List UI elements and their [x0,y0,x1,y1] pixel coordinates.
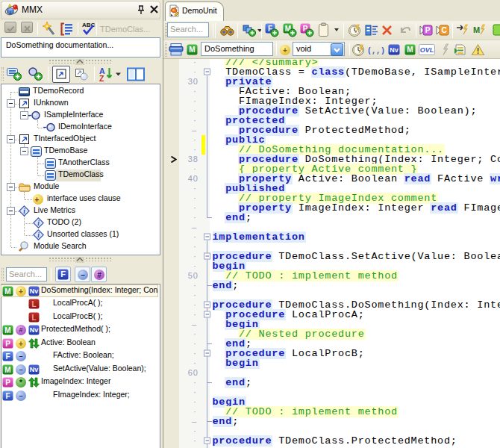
svg-text:–: – [19,392,22,399]
svg-text:L: L [31,300,36,308]
svg-text:+: + [35,195,40,203]
svg-text:–: – [19,366,22,373]
svg-text:M: M [4,326,10,335]
svg-text:F: F [5,391,10,399]
svg-text:–: – [19,352,22,360]
svg-text:Nv: Nv [30,326,39,334]
svg-text:P: P [5,379,10,387]
svg-text:ABC: ABC [82,22,96,28]
svg-text:#: # [19,326,22,334]
svg-text:i: i [37,231,40,239]
svg-text:Nv: Nv [30,287,39,295]
svg-text:M: M [4,365,10,373]
svg-text:i: i [37,220,40,227]
svg-text:+: + [19,287,23,295]
svg-text:#: # [97,270,101,279]
svg-text:L: L [31,313,36,321]
svg-text:–: – [81,270,85,279]
svg-text:F: F [60,270,66,279]
svg-text:i: i [23,208,25,215]
svg-text:Z: Z [99,74,104,82]
svg-text:M: M [4,287,10,295]
svg-text:+: + [19,339,23,347]
svg-text:F: F [5,352,10,361]
svg-text:Nv: Nv [30,366,39,373]
svg-text:*: * [19,378,23,387]
svg-text:P: P [5,339,10,347]
